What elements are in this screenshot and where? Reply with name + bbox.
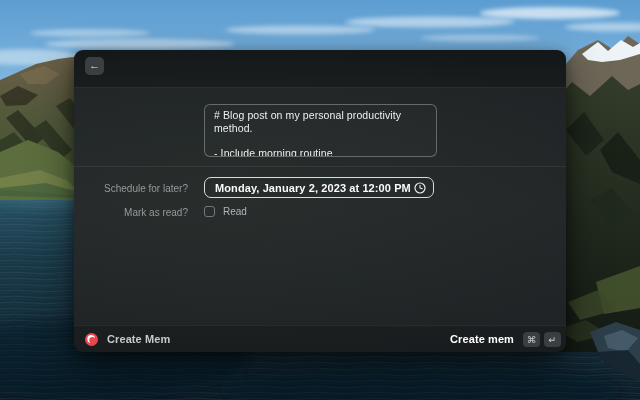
mem-logo-icon <box>85 333 98 346</box>
dialog-footer: Create Mem Create mem ⌘ ↵ <box>74 325 566 352</box>
app-name: Create Mem <box>107 333 170 345</box>
footer-left: Create Mem <box>85 333 170 346</box>
mark-as-read-label: Mark as read? <box>124 207 188 218</box>
command-key-icon[interactable]: ⌘ <box>523 332 540 347</box>
schedule-label: Schedule for later? <box>104 183 188 194</box>
read-checkbox[interactable] <box>204 206 215 217</box>
back-button[interactable]: ← <box>85 57 104 75</box>
clock-icon <box>414 182 426 194</box>
dialog-header: ← <box>74 50 566 88</box>
footer-right: Create mem ⌘ ↵ <box>450 332 561 347</box>
create-mem-dialog: ← # Blog post on my personal productivit… <box>74 50 566 352</box>
schedule-datetime-value: Monday, January 2, 2023 at 12:00 PM <box>215 182 414 194</box>
schedule-datetime-input[interactable]: Monday, January 2, 2023 at 12:00 PM <box>204 177 434 198</box>
return-key-icon[interactable]: ↵ <box>544 332 561 347</box>
note-editor[interactable]: # Blog post on my personal productivity … <box>204 104 437 157</box>
create-mem-button[interactable]: Create mem <box>450 333 514 345</box>
note-content: # Blog post on my personal productivity … <box>214 109 427 157</box>
section-divider <box>74 166 566 167</box>
back-arrow-icon: ← <box>89 59 100 71</box>
read-checkbox-label[interactable]: Read <box>223 206 247 217</box>
